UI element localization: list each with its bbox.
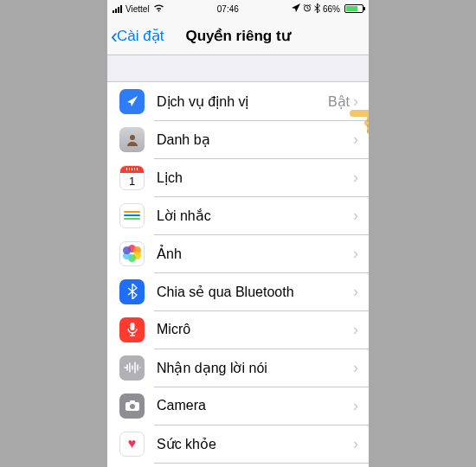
wifi-icon [153,3,164,14]
chevron-right-icon: › [353,207,358,225]
location-status-icon [292,3,300,14]
status-bar: Viettel 07:46 66% [107,0,369,17]
row-calendar[interactable]: 1 Lịch › [107,158,369,196]
nav-bar: ‹ Cài đặt Quyền riêng tư [107,17,369,55]
waveform-icon [119,355,145,381]
chevron-right-icon: › [353,397,358,415]
svg-rect-8 [367,119,369,122]
carrier-label: Viettel [125,4,150,14]
row-contacts[interactable]: Danh bạ › [107,120,369,158]
row-label: Dịch vụ định vị [157,93,328,110]
back-button[interactable]: ‹ Cài đặt [107,26,164,47]
svg-rect-2 [130,323,134,330]
signal-icon [113,5,122,13]
settings-list: Dịch vụ định vị Bật › Danh bạ › 1 Lịch ›… [107,81,369,467]
row-reminders[interactable]: Lời nhắc › [107,196,369,234]
row-label: Danh bạ [157,131,353,148]
battery-icon [344,4,363,13]
reminders-icon [119,203,145,228]
row-label: Micrô [157,322,353,337]
health-icon: ♥ [119,432,145,457]
svg-rect-10 [367,130,369,132]
row-label: Sức khỏe [157,436,353,452]
camera-icon [119,393,145,419]
clock: 07:46 [217,4,239,14]
contacts-icon [119,127,145,152]
alarm-icon [303,3,312,14]
row-bluetooth-sharing[interactable]: Chia sẻ qua Bluetooth › [107,272,369,310]
chevron-right-icon: › [353,169,358,187]
row-label: Lịch [157,170,353,186]
row-homekit[interactable]: ⌂ HomeKit › [107,463,369,467]
battery-pct: 66% [323,4,340,14]
chevron-right-icon: › [353,283,358,301]
row-microphone[interactable]: Micrô › [107,310,369,349]
microphone-icon [119,317,145,342]
chevron-right-icon: › [353,359,358,377]
calendar-icon: 1 [119,165,145,190]
page-title: Quyền riêng tư [185,27,290,45]
location-arrow-icon [119,89,145,114]
phone-frame: Viettel 07:46 66% ‹ Cài đặt Quyền riêng … [107,0,369,467]
row-camera[interactable]: Camera › [107,387,369,425]
row-health[interactable]: ♥ Sức khỏe › [107,425,369,463]
row-label: Lời nhắc [157,208,353,224]
row-label: Ảnh [157,246,353,262]
svg-rect-9 [367,125,369,127]
row-photos[interactable]: Ảnh › [107,234,369,272]
bluetooth-status-icon [314,3,320,15]
row-label: Nhận dạng lời nói [157,360,353,376]
chevron-right-icon: › [353,435,358,453]
pointing-hand-icon [343,102,369,145]
section-spacer [107,55,369,81]
back-label: Cài đặt [117,27,164,45]
svg-point-1 [130,135,135,140]
bluetooth-icon [119,279,145,304]
row-location-services[interactable]: Dịch vụ định vị Bật › [107,82,369,120]
chevron-right-icon: › [353,321,358,339]
row-label: Camera [157,398,353,413]
row-label: Chia sẻ qua Bluetooth [157,284,353,300]
svg-rect-4 [130,400,135,403]
chevron-right-icon: › [353,245,358,263]
svg-point-5 [130,404,135,409]
photos-icon [119,241,145,266]
row-speech-recognition[interactable]: Nhận dạng lời nói › [107,349,369,387]
